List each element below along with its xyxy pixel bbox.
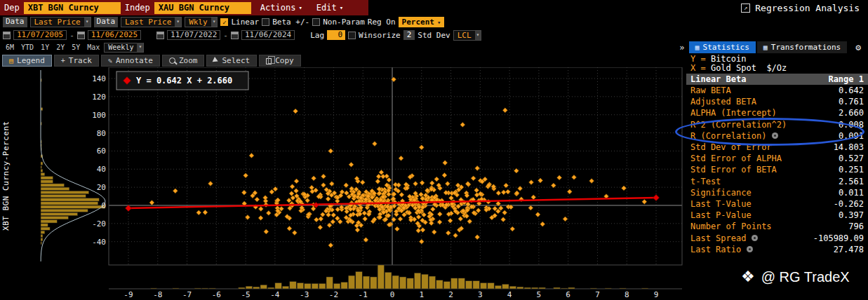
data-point bbox=[437, 219, 442, 224]
tab-statistics[interactable]: ▦Statistics bbox=[689, 41, 756, 53]
period-dropdown[interactable]: Weekly▾ bbox=[104, 43, 144, 53]
range1-end-field[interactable]: 11/06/2025 bbox=[88, 30, 141, 40]
zoom-button[interactable]: Zoom bbox=[162, 55, 205, 67]
lcl-field[interactable]: LCL▾ bbox=[453, 30, 482, 41]
data-point bbox=[445, 182, 450, 186]
data-point bbox=[572, 175, 577, 180]
x-tick-label: 1 bbox=[419, 290, 424, 299]
data-point bbox=[398, 217, 403, 221]
legend-button[interactable]: ▤Legend bbox=[2, 55, 52, 67]
winsorize-field[interactable]: 2 bbox=[403, 30, 415, 40]
track-icon: + bbox=[61, 57, 65, 64]
range-button-5y[interactable]: 5Y bbox=[69, 43, 83, 52]
x-tick-label: -4 bbox=[270, 290, 280, 299]
y-axis-labels: 140120100806040200-20-40 bbox=[92, 74, 106, 247]
range-button-6m[interactable]: 6M bbox=[3, 43, 17, 52]
range-header: Range 1 bbox=[828, 74, 864, 84]
data-point bbox=[567, 189, 572, 194]
data-point bbox=[320, 212, 325, 217]
field-picker-icon[interactable]: ▾ bbox=[175, 18, 181, 27]
linear-checkbox[interactable]: ✓ bbox=[220, 18, 228, 26]
periodicity-field[interactable]: Wkly▾ bbox=[185, 17, 218, 27]
actions-menu[interactable]: Actions▾ bbox=[255, 1, 307, 14]
nonparam-checkbox[interactable] bbox=[312, 18, 320, 26]
stat-value: 0.008 bbox=[839, 120, 864, 130]
data-point bbox=[264, 229, 269, 234]
range2-start-field[interactable]: 11/07/2022 bbox=[167, 30, 220, 40]
chevron-down-icon[interactable]: ▾ bbox=[137, 43, 143, 52]
range1-start-field[interactable]: 11/07/2005 bbox=[13, 30, 67, 40]
stat-label: Std Dev of Error bbox=[690, 142, 772, 152]
calendar-icon[interactable] bbox=[156, 32, 164, 39]
stat-row-last-t-value: Last T-Value-0.262 bbox=[686, 198, 868, 210]
range-button-max[interactable]: Max bbox=[84, 43, 102, 52]
stat-row-number-of-points: Number of Points796 bbox=[686, 221, 868, 232]
stat-label: Last Ratio bbox=[690, 245, 741, 254]
data-point bbox=[502, 210, 507, 215]
x-tick-label: -1 bbox=[359, 290, 368, 299]
settings-gear-icon[interactable]: ⚙ bbox=[848, 42, 865, 53]
regon-label: Reg On bbox=[368, 18, 396, 27]
calendar-icon[interactable] bbox=[3, 32, 11, 39]
data2-value: Last Price bbox=[125, 18, 171, 27]
data-point bbox=[501, 217, 506, 222]
watch-icon[interactable] bbox=[747, 246, 753, 252]
page-title: Regression Analysis bbox=[755, 3, 860, 13]
calendar-icon[interactable] bbox=[231, 32, 239, 39]
calendar-icon[interactable] bbox=[77, 32, 85, 39]
indep-security-field[interactable]: XAU BGN Curncy bbox=[154, 2, 251, 14]
toolbar-button-label: Legend bbox=[17, 56, 45, 65]
x-tick-label: 6 bbox=[566, 290, 570, 299]
y-tick-label: 140 bbox=[92, 74, 106, 83]
x-marginal-histogram bbox=[150, 265, 648, 289]
winsorize-checkbox[interactable] bbox=[348, 32, 356, 39]
chevron-down-icon[interactable]: ▾ bbox=[475, 31, 481, 40]
range-button-2y[interactable]: 2Y bbox=[53, 43, 67, 52]
expand-chevron-icon[interactable]: » bbox=[676, 43, 687, 53]
stat-value: 0.527 bbox=[839, 154, 864, 163]
data-point bbox=[446, 231, 450, 236]
range2-end-field[interactable]: 11/06/2024 bbox=[241, 30, 295, 40]
dep-security-field[interactable]: XBT BGN Curncy bbox=[24, 2, 121, 14]
watch-icon[interactable] bbox=[752, 235, 758, 241]
stat-value: 27.478 bbox=[834, 245, 864, 254]
regression-endpoint bbox=[653, 195, 660, 201]
range-button-ytd[interactable]: YTD bbox=[18, 43, 36, 52]
lag-field[interactable]: 0 bbox=[327, 30, 345, 40]
data-point bbox=[344, 191, 349, 196]
stat-value: 0.251 bbox=[839, 165, 864, 175]
data-point bbox=[399, 192, 404, 197]
data-point bbox=[321, 183, 326, 188]
data1-field[interactable]: Last Price▾ bbox=[30, 17, 91, 27]
regon-field[interactable]: Percent▾ bbox=[399, 17, 445, 27]
chart-legend[interactable]: Y = 0.642 X + 2.660 bbox=[116, 71, 248, 90]
data-point bbox=[538, 178, 543, 183]
data2-field[interactable]: Last Price▾ bbox=[121, 17, 182, 27]
data-point bbox=[399, 156, 403, 161]
edit-menu[interactable]: Edit▾ bbox=[312, 1, 348, 14]
y-series-value: Bitcoin bbox=[711, 54, 747, 64]
watch-icon[interactable] bbox=[772, 132, 778, 139]
data-point bbox=[287, 226, 292, 231]
stat-label: R (Correlation) bbox=[690, 131, 766, 141]
data-point bbox=[413, 182, 418, 186]
stat-row-std-error-of-beta: Std Error of BETA0.251 bbox=[686, 164, 868, 175]
annotate-icon: ✎ bbox=[108, 57, 112, 64]
stat-row-last-p-value: Last P-Value0.397 bbox=[686, 210, 868, 221]
copy-button[interactable]: Copy bbox=[259, 55, 301, 67]
x-tick-label: -7 bbox=[182, 290, 192, 299]
data-point bbox=[529, 180, 534, 185]
chevron-down-icon[interactable]: ▾ bbox=[211, 18, 218, 27]
x-series-name bbox=[706, 63, 711, 73]
annotate-button[interactable]: ✎Annotate bbox=[101, 55, 160, 67]
stat-value: 2.660 bbox=[839, 108, 864, 118]
data-point bbox=[273, 186, 278, 191]
popout-icon[interactable]: ↗ bbox=[741, 4, 750, 13]
scatter-chart[interactable]: Y = 0.642 X + 2.660140120100806040200-20… bbox=[0, 67, 686, 300]
track-button[interactable]: +Track bbox=[54, 55, 99, 67]
beta-band-checkbox[interactable] bbox=[262, 18, 269, 26]
select-button[interactable]: Select bbox=[206, 55, 257, 67]
field-picker-icon[interactable]: ▾ bbox=[84, 18, 91, 27]
range-button-1y[interactable]: 1Y bbox=[38, 43, 52, 52]
tab-transformations[interactable]: ▦Transformations bbox=[757, 41, 847, 53]
